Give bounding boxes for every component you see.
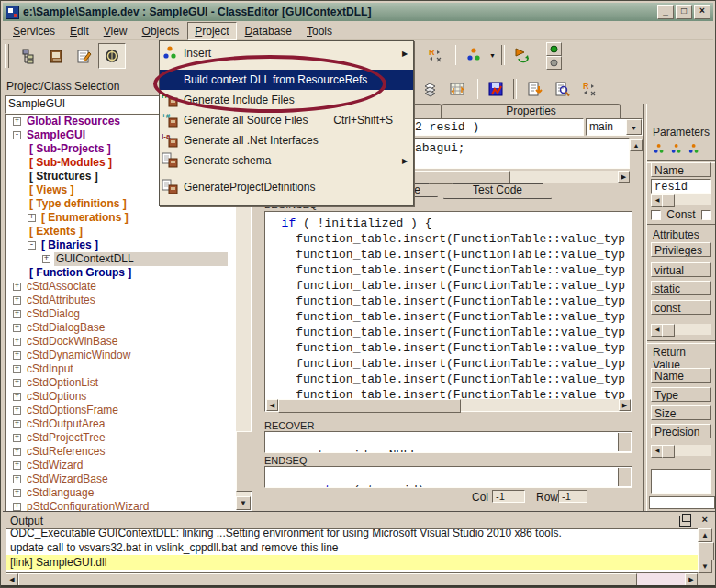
tree-item-cstdassociate[interactable]: +cStdAssociate: [6, 280, 252, 294]
expand-icon[interactable]: +: [13, 324, 21, 332]
scroll-thumb[interactable]: [278, 399, 461, 413]
extra-field-2[interactable]: [649, 496, 715, 509]
context-button[interactable]: [98, 43, 126, 69]
expand-icon[interactable]: +: [13, 351, 21, 360]
expand-icon[interactable]: +: [13, 117, 21, 126]
menu-item-insert[interactable]: Insert▶: [160, 43, 413, 63]
tree-item-label[interactable]: [ Extents ]: [28, 225, 84, 239]
output-hscrollbar[interactable]: ◀ ▶: [6, 573, 698, 586]
scope-combo[interactable]: main ▼: [586, 118, 643, 136]
tree-item-label[interactable]: [ Enumerations ]: [39, 211, 130, 225]
tree-item-label[interactable]: [ Sub-Modules ]: [28, 156, 114, 170]
tree-item-label[interactable]: [ Views ]: [28, 183, 75, 197]
mini-scrollbar[interactable]: [618, 468, 631, 486]
maximize-button[interactable]: □: [676, 5, 692, 19]
run-button[interactable]: [509, 43, 535, 67]
menu-item-services[interactable]: Services: [6, 23, 62, 39]
expand-icon[interactable]: +: [13, 365, 21, 373]
tab-test-code[interactable]: Test Code: [443, 183, 552, 199]
tree-item-extents[interactable]: [ Extents ]: [6, 225, 252, 239]
tree-item-label[interactable]: [ Type definitions ]: [28, 197, 129, 211]
attribute-field-const[interactable]: const: [651, 300, 711, 315]
tree-item-cstddockwinbase[interactable]: +cStdDockWinBase: [6, 335, 252, 349]
output-log[interactable]: ODC_Executable GUIContextDLL: linking ..…: [6, 528, 699, 573]
menu-item-generate-all-source-files[interactable]: +#Generate all Source FilesCtrl+Shift+S: [160, 110, 413, 130]
tree-item-cstdreferences[interactable]: +cStdReferences: [6, 445, 252, 459]
tree-item-label[interactable]: cStdProjectTree: [25, 431, 107, 445]
tree-item-cstdprojecttree[interactable]: +cStdProjectTree: [6, 431, 252, 445]
tree-scroll-thumb[interactable]: [236, 431, 252, 492]
chevron-down-icon[interactable]: ▼: [626, 119, 642, 135]
param-name-hscrollbar[interactable]: ◀: [651, 194, 711, 205]
refresh-references2-button[interactable]: R: [576, 77, 602, 101]
tree-item-label[interactable]: cStdlanguage: [25, 486, 95, 500]
tree-item-label[interactable]: cStdAssociate: [25, 280, 98, 294]
state-gray-button[interactable]: [546, 56, 562, 70]
tree-item-cstdinput[interactable]: +cStdInput: [6, 362, 252, 376]
tree-item-label[interactable]: cStdOptionList: [25, 376, 100, 390]
menu-item-generate-schema[interactable]: Generate schema▶: [160, 150, 413, 171]
close-icon[interactable]: ×: [702, 514, 708, 525]
scroll-up-icon[interactable]: ▲: [630, 139, 643, 151]
tree-item-enumerations[interactable]: +[ Enumerations ]: [6, 211, 252, 225]
attribute-field-virtual[interactable]: virtual: [651, 262, 711, 277]
expand-icon[interactable]: +: [13, 338, 21, 346]
scroll-left-icon[interactable]: ◀: [266, 399, 278, 411]
menu-item-generate-all-net-interfaces[interactable]: I-aGenerate all .Net Interfaces: [160, 130, 413, 150]
tree-item-cstddialog[interactable]: +cStdDialog: [6, 307, 252, 321]
expand-icon[interactable]: +: [13, 489, 21, 497]
scroll-right-icon[interactable]: ▶: [618, 171, 630, 183]
expand-icon[interactable]: +: [42, 255, 50, 263]
expand-icon[interactable]: +: [13, 406, 21, 415]
collapse-icon[interactable]: -: [13, 131, 21, 139]
expand-icon[interactable]: +: [13, 296, 21, 305]
menu-item-tools[interactable]: Tools: [300, 23, 339, 39]
param-name-input[interactable]: resid: [651, 179, 711, 194]
state-green-button[interactable]: [546, 42, 562, 56]
menu-item-generate-include-files[interactable]: HGenerate Include Files: [160, 90, 413, 110]
edit-parameter-icon[interactable]: [668, 141, 685, 157]
tree-item-cstdoutputarea[interactable]: +cStdOutputArea: [6, 417, 252, 431]
tree-item-label[interactable]: cStdDockWinBase: [25, 335, 119, 349]
expand-icon[interactable]: +: [13, 420, 21, 428]
tree-item-cstdoptions[interactable]: +cStdOptions: [6, 390, 252, 404]
tree-item-label[interactable]: cStdDynamicWindow: [25, 349, 132, 362]
tree-item-function-groups[interactable]: [ Function Groups ]: [6, 266, 252, 280]
tree-item-cstdattributes[interactable]: +cStdAttributes: [6, 294, 252, 307]
expand-icon[interactable]: +: [13, 283, 21, 291]
tree-item-label[interactable]: GUIContextDLL: [54, 252, 228, 266]
menu-item-project[interactable]: Project: [187, 22, 236, 40]
return-field-precision[interactable]: Precision: [651, 424, 711, 438]
attributes-hscrollbar[interactable]: ◀: [651, 324, 711, 335]
tree-item-label[interactable]: [ Sub-Projects ]: [28, 142, 113, 156]
menu-item-edit[interactable]: Edit: [63, 23, 95, 39]
expand-icon[interactable]: +: [13, 310, 21, 318]
scroll-right-icon[interactable]: ▶: [619, 399, 631, 411]
scroll-right-icon[interactable]: ▶: [685, 573, 698, 586]
code-hscrollbar[interactable]: ◀ ▶: [266, 399, 631, 411]
tree-item-label[interactable]: cStdOptionsFrame: [25, 404, 120, 417]
export-document-button[interactable]: [521, 77, 547, 101]
menu-item-database[interactable]: Database: [239, 23, 298, 39]
attribute-field-privileges[interactable]: Privileges: [651, 242, 711, 257]
tree-item-label[interactable]: cStdOptions: [25, 390, 88, 404]
table-import-button[interactable]: [444, 77, 470, 101]
scroll-up-icon[interactable]: ▲: [698, 528, 712, 542]
collapse-icon[interactable]: -: [28, 241, 36, 250]
generate-stack-button[interactable]: [417, 77, 442, 101]
code-editor[interactable]: if ( !initialized ) { function_table.ins…: [264, 211, 632, 412]
menu-item-view[interactable]: View: [97, 23, 134, 39]
tree-item-label[interactable]: [ Binaries ]: [39, 239, 100, 252]
toolbar-grip[interactable]: [5, 44, 9, 68]
find-document-button[interactable]: [549, 77, 575, 101]
tab-properties[interactable]: Properties: [442, 104, 621, 118]
output-vscrollbar[interactable]: ▲ ▼: [698, 528, 712, 573]
tree-item-label[interactable]: cStdReferences: [25, 445, 106, 459]
menu-item-objects[interactable]: Objects: [136, 23, 186, 39]
tree-item-label[interactable]: cStdOutputArea: [25, 417, 106, 431]
tree-item-cstdwizard[interactable]: +cStdWizard: [6, 459, 252, 472]
expand-icon[interactable]: +: [13, 393, 21, 401]
tree-item-cstddialogbase[interactable]: +cStdDialogBase: [6, 321, 252, 335]
return-field-name[interactable]: Name: [651, 368, 711, 383]
return-field-type[interactable]: Type: [651, 387, 711, 402]
